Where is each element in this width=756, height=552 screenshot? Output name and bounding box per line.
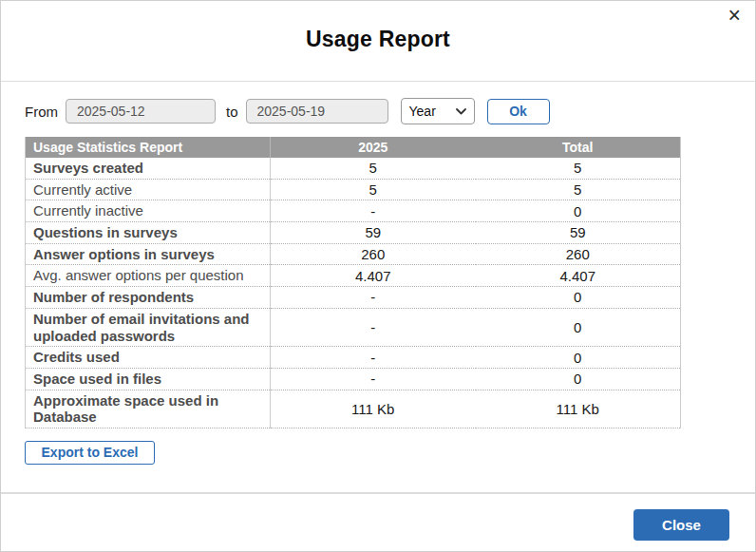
table-row: Avg. answer options per question 4.407 4… xyxy=(26,265,681,287)
row-year-value: 260 xyxy=(271,243,476,265)
row-year-value: - xyxy=(271,368,476,390)
page-title: Usage Report xyxy=(1,1,755,52)
table-header-row: Usage Statistics Report 2025 Total xyxy=(26,137,681,158)
row-label: Avg. answer options per question xyxy=(26,265,271,287)
table-row: Number of email invitations and uploaded… xyxy=(26,308,681,346)
table-row: Number of respondents - 0 xyxy=(26,287,681,309)
period-select-value: Year xyxy=(409,104,436,119)
row-year-value: 111 Kb xyxy=(271,390,476,428)
row-year-value: - xyxy=(271,308,476,346)
row-total-value: 4.407 xyxy=(476,265,681,287)
row-label: Approximate space used in Database xyxy=(26,390,271,428)
dialog-content: From to Year Ok Usage Statistics Report … xyxy=(1,98,755,465)
row-total-value: 5 xyxy=(476,179,681,200)
table-row: Surveys created 5 5 xyxy=(26,158,681,179)
row-label: Credits used xyxy=(26,347,271,369)
row-label: Surveys created xyxy=(26,158,271,179)
close-button[interactable]: Close xyxy=(633,509,729,541)
table-row: Answer options in surveys 260 260 xyxy=(26,243,681,265)
row-label: Space used in files xyxy=(26,368,271,390)
period-select[interactable]: Year xyxy=(401,98,475,124)
header-total: Total xyxy=(476,137,681,158)
header-year: 2025 xyxy=(271,137,476,158)
row-year-value: 5 xyxy=(271,179,476,200)
table-row: Currently active 5 5 xyxy=(26,179,681,200)
row-label: Questions in surveys xyxy=(26,222,271,244)
row-year-value: 5 xyxy=(271,158,476,179)
from-date-input[interactable] xyxy=(66,99,216,124)
dialog-footer: Close xyxy=(1,492,755,551)
export-to-excel-button[interactable]: Export to Excel xyxy=(25,441,155,465)
row-total-value: 0 xyxy=(476,287,681,309)
row-label: Currently inactive xyxy=(26,200,271,222)
chevron-down-icon xyxy=(456,108,466,115)
table-row: Currently inactive - 0 xyxy=(26,200,681,222)
to-date-input[interactable] xyxy=(246,99,388,124)
row-year-value: - xyxy=(271,347,476,369)
header-usage-statistics: Usage Statistics Report xyxy=(26,137,271,158)
row-total-value: 260 xyxy=(476,243,681,265)
row-year-value: 4.407 xyxy=(271,265,476,287)
row-total-value: 0 xyxy=(476,200,681,222)
row-year-value: 59 xyxy=(271,222,476,244)
table-row: Approximate space used in Database 111 K… xyxy=(26,390,681,428)
table-row: Credits used - 0 xyxy=(26,347,681,369)
table-row: Space used in files - 0 xyxy=(26,368,681,390)
row-total-value: 0 xyxy=(476,368,681,390)
row-year-value: - xyxy=(271,200,476,222)
date-filter-row: From to Year Ok xyxy=(25,98,731,124)
row-total-value: 5 xyxy=(476,158,681,179)
row-total-value: 111 Kb xyxy=(476,390,681,428)
table-row: Questions in surveys 59 59 xyxy=(26,222,681,244)
row-total-value: 0 xyxy=(476,308,681,346)
row-total-value: 0 xyxy=(476,347,681,369)
row-year-value: - xyxy=(271,287,476,309)
close-icon[interactable]: × xyxy=(728,5,741,27)
ok-button[interactable]: Ok xyxy=(487,99,550,124)
dialog-header: Usage Report × xyxy=(1,1,755,82)
usage-report-dialog: Usage Report × From to Year Ok Usage Sta… xyxy=(0,0,756,552)
from-label: From xyxy=(25,104,58,120)
row-label: Number of respondents xyxy=(26,287,271,309)
row-total-value: 59 xyxy=(476,222,681,244)
usage-statistics-table: Usage Statistics Report 2025 Total Surve… xyxy=(25,137,681,428)
row-label: Number of email invitations and uploaded… xyxy=(26,308,271,346)
table-body: Surveys created 5 5 Currently active 5 5… xyxy=(26,158,681,428)
to-label: to xyxy=(226,104,238,120)
row-label: Currently active xyxy=(26,179,271,200)
row-label: Answer options in surveys xyxy=(26,243,271,265)
